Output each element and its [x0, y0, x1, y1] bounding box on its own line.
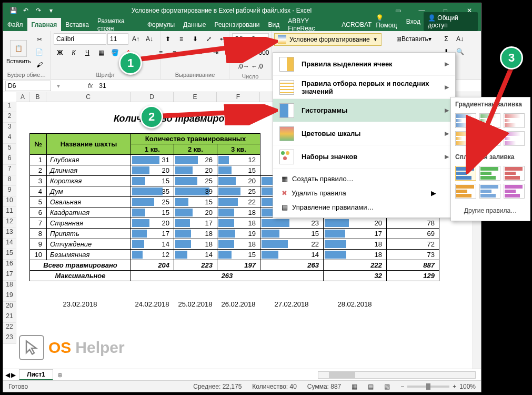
cf-data-bars[interactable]: Гистограммы▶ [273, 99, 455, 122]
row-header[interactable]: 21 [3, 312, 16, 323]
italic-icon[interactable]: К [67, 47, 80, 58]
row-header[interactable]: 13 [3, 228, 16, 239]
redo-icon[interactable]: ↷ [33, 5, 44, 16]
cf-clear-rules[interactable]: ✖Удалить правила▶ [273, 186, 455, 200]
tab-data[interactable]: Данные [179, 18, 210, 31]
col-header[interactable]: D [131, 92, 174, 102]
paste-icon[interactable]: 📋 [10, 40, 27, 57]
undo-icon[interactable]: ↶ [20, 5, 32, 16]
tab-review[interactable]: Рецензировани [210, 18, 264, 31]
sheet-tab-active[interactable]: Лист1 [19, 369, 53, 380]
solid-bar-swatch[interactable] [455, 184, 476, 199]
zoom-value[interactable]: 100% [459, 383, 476, 390]
copy-icon[interactable]: 📄 [33, 46, 46, 58]
row-header[interactable]: 3 [3, 123, 16, 133]
cf-new-rule[interactable]: ▦Создать правило… [273, 172, 455, 186]
solid-bar-swatch[interactable] [504, 184, 525, 199]
col-header[interactable]: F [217, 92, 260, 102]
font-size[interactable]: 11 [107, 33, 128, 45]
tab-formulas[interactable]: Формулы [143, 18, 179, 31]
group-clipboard: Буфер обме… [6, 71, 47, 78]
callout-1: 1 [119, 52, 142, 75]
row-header[interactable]: 20 [3, 302, 16, 312]
row-header[interactable]: 9 [3, 186, 16, 196]
view-normal-icon[interactable]: ▦ [352, 383, 357, 390]
cf-manage-rules[interactable]: ▤Управление правилами… [273, 200, 455, 214]
th-q2: 2 кв. [174, 144, 217, 155]
row-header[interactable]: 2 [3, 112, 16, 123]
tab-layout[interactable]: Разметка стран [93, 18, 143, 31]
tab-home[interactable]: Главная [27, 18, 62, 31]
view-break-icon[interactable]: ▧ [384, 383, 390, 390]
row-header[interactable]: 10 [3, 196, 16, 207]
cf-highlight-rules[interactable]: Правила выделения ячеек▶ [273, 53, 455, 76]
qat-more-icon[interactable]: ▾ [45, 5, 57, 16]
status-count: Количество: 40 [252, 383, 296, 390]
format-painter-icon[interactable]: 🖌 [33, 59, 46, 71]
share-button[interactable]: 👤 Общий доступ [424, 12, 478, 31]
col-header[interactable]: C [46, 92, 131, 102]
cut-icon[interactable]: ✂ [33, 34, 46, 45]
row-header[interactable]: 12 [3, 218, 16, 228]
row-header[interactable]: 7 [3, 165, 16, 175]
insert-cells-button[interactable]: ⊞ Вставить ▾ [393, 33, 435, 45]
border-icon[interactable]: ▦ [95, 47, 107, 58]
view-layout-icon[interactable]: ▤ [368, 383, 374, 390]
cf-color-scales[interactable]: Цветовые шкалы▶ [273, 122, 455, 145]
solid-bar-swatch[interactable] [479, 184, 500, 199]
row-header[interactable]: 5 [3, 144, 16, 154]
cf-top-bottom-rules[interactable]: Правила отбора первых и последних значен… [273, 76, 455, 99]
status-ready: Готово [8, 383, 28, 390]
tab-file[interactable]: Файл [3, 18, 27, 31]
bold-icon[interactable]: Ж [54, 47, 66, 58]
conditional-formatting-button[interactable]: Условное форматирование ▼ [274, 33, 382, 46]
row-header[interactable]: 14 [3, 239, 16, 249]
paste-button[interactable]: Вставить [6, 58, 31, 64]
tab-abbyy[interactable]: ABBYY FineReac [284, 18, 337, 31]
sheet-nav-last-icon[interactable]: ▶ [11, 371, 16, 379]
fx-icon[interactable]: fx [85, 82, 96, 90]
cf-icon-sets[interactable]: Наборы значков▶ [273, 145, 455, 169]
arrow-1 [136, 37, 278, 63]
svg-line-2 [469, 67, 511, 167]
row-header[interactable]: 8 [3, 175, 16, 186]
row-header[interactable]: 22 [3, 323, 16, 333]
tell-me[interactable]: 💡 Помощ [376, 14, 403, 29]
tab-acrobat[interactable]: ACROBAT [337, 18, 376, 31]
new-sheet-icon[interactable]: ⊕ [53, 371, 67, 379]
submenu-more-rules[interactable]: Другие правила… [451, 203, 530, 219]
watermark-logo: OSHelper [19, 335, 125, 360]
status-bar: Готово Среднее: 22,175 Количество: 40 Су… [3, 380, 481, 392]
tab-view[interactable]: Вид [264, 18, 284, 31]
row-header[interactable]: 1 [3, 102, 16, 112]
row-header[interactable]: 11 [3, 207, 16, 218]
sort-filter-icon[interactable]: A↓ [454, 33, 466, 45]
name-box[interactable]: D6 [5, 81, 51, 91]
autosum-icon[interactable]: Σ [440, 33, 453, 45]
highlight-rules-icon [279, 57, 294, 72]
underline-icon[interactable]: Ч [81, 47, 94, 58]
col-header[interactable]: A [16, 92, 29, 102]
row-header[interactable]: 15 [3, 249, 16, 260]
font-name[interactable]: Calibri [54, 33, 106, 45]
horizontal-scrollbar[interactable] [318, 371, 476, 379]
tab-insert[interactable]: Вставка [61, 18, 93, 31]
row-header[interactable]: 19 [3, 291, 16, 302]
zoom-control[interactable]: −+ 100% [400, 383, 476, 390]
row-header[interactable]: 16 [3, 260, 16, 270]
sheet-nav-first-icon[interactable]: ◀ [5, 371, 10, 379]
chevron-down-icon: ▼ [373, 37, 378, 42]
row-header[interactable]: 17 [3, 270, 16, 281]
th-q3: 3 кв. [217, 144, 260, 155]
col-header[interactable]: E [174, 92, 217, 102]
date-cell: 27.02.2018 [260, 300, 323, 308]
row-header[interactable]: 6 [3, 154, 16, 165]
fill-color-icon[interactable]: 🪣 [108, 47, 121, 58]
sign-in[interactable]: Вход [406, 18, 420, 25]
row-header[interactable]: 4 [3, 133, 16, 144]
save-icon[interactable]: 💾 [7, 5, 19, 16]
row-header[interactable]: 18 [3, 281, 16, 291]
row-header[interactable]: 23 [3, 333, 16, 344]
col-header[interactable]: B [29, 92, 46, 102]
top-bottom-icon [279, 80, 294, 95]
